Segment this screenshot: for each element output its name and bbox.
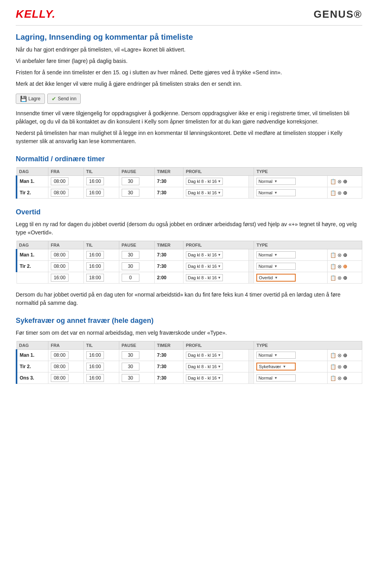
delete-icon[interactable]: ⊗ — [337, 364, 342, 370]
cell-profil[interactable]: Dag kl 8 - kl 16 ▼ — [183, 372, 249, 384]
cell-profil[interactable]: Dag kl 8 - kl 16 ▼ — [183, 272, 249, 284]
cell-profil[interactable]: Dag kl 8 - kl 16 ▼ — [183, 261, 249, 272]
fra-input[interactable]: 16:00 — [51, 274, 69, 282]
add-icon[interactable]: ⊕ — [343, 375, 347, 381]
cell-pause[interactable]: 30 — [119, 372, 154, 384]
fra-input[interactable]: 08:00 — [51, 363, 69, 370]
copy-icon[interactable]: 📋 — [330, 352, 336, 358]
cell-profil[interactable]: Dag kl 8 - kl 16 ▼ — [183, 249, 249, 261]
copy-icon[interactable]: 📋 — [330, 275, 336, 281]
til-input[interactable]: 16:00 — [86, 351, 104, 359]
copy-icon[interactable]: 📋 — [330, 190, 336, 196]
cell-fra[interactable]: 08:00 — [48, 372, 83, 384]
cell-type[interactable]: Normal ▼ — [254, 187, 327, 199]
cell-til[interactable]: 16:00 — [83, 187, 119, 199]
lagre-button[interactable]: 💾 Lagre — [16, 94, 45, 104]
cell-fra[interactable]: 08:00 — [48, 176, 83, 187]
pause-input[interactable]: 30 — [122, 251, 139, 259]
delete-icon[interactable]: ⊗ — [337, 252, 342, 258]
profil-select[interactable]: Dag kl 8 - kl 16 ▼ — [186, 251, 223, 258]
pause-input[interactable]: 0 — [122, 274, 139, 282]
profil-select[interactable]: Dag kl 8 - kl 16 ▼ — [186, 374, 223, 382]
pause-input[interactable]: 30 — [122, 351, 139, 359]
copy-icon[interactable]: 📋 — [330, 375, 336, 381]
add-icon[interactable]: ⊕ — [343, 352, 347, 358]
cell-pause[interactable]: 30 — [119, 249, 154, 261]
type-select[interactable]: Normal ▼ — [256, 263, 296, 270]
pause-input[interactable]: 30 — [122, 177, 139, 185]
type-select[interactable]: Normal ▼ — [256, 251, 296, 258]
til-input[interactable]: 16:00 — [86, 262, 104, 270]
type-select[interactable]: Overtid ▼ — [256, 274, 296, 282]
delete-icon[interactable]: ⊗ — [337, 352, 342, 358]
cell-pause[interactable]: 30 — [119, 361, 154, 372]
cell-til[interactable]: 16:00 — [83, 372, 119, 384]
cell-til[interactable]: 16:00 — [83, 249, 119, 261]
til-input[interactable]: 16:00 — [86, 189, 104, 197]
pause-input[interactable]: 30 — [122, 374, 139, 382]
cell-type[interactable]: Normal ▼ — [254, 261, 327, 272]
cell-pause[interactable]: 30 — [119, 176, 154, 187]
cell-profil[interactable]: Dag kl 8 - kl 16 ▼ — [183, 350, 249, 361]
cell-til[interactable]: 16:00 — [83, 350, 119, 361]
profil-select[interactable]: Dag kl 8 - kl 16 ▼ — [186, 178, 223, 185]
add-icon[interactable]: ⊕ — [343, 275, 347, 281]
cell-type[interactable]: Normal ▼ — [254, 350, 327, 361]
type-select[interactable]: Normal ▼ — [256, 178, 296, 185]
pause-input[interactable]: 30 — [122, 262, 139, 270]
add-icon[interactable]: ⊕ — [343, 252, 347, 258]
cell-type[interactable]: Normal ▼ — [254, 176, 327, 187]
cell-til[interactable]: 18:00 — [83, 272, 119, 284]
cell-type[interactable]: Normal ▼ — [254, 249, 327, 261]
cell-fra[interactable]: 08:00 — [48, 261, 83, 272]
delete-icon[interactable]: ⊗ — [337, 264, 342, 269]
copy-icon[interactable]: 📋 — [330, 179, 336, 184]
til-input[interactable]: 16:00 — [86, 374, 104, 382]
profil-select[interactable]: Dag kl 8 - kl 16 ▼ — [186, 274, 223, 281]
fra-input[interactable]: 08:00 — [51, 374, 69, 382]
cell-fra[interactable]: 08:00 — [48, 350, 83, 361]
delete-icon[interactable]: ⊗ — [337, 375, 342, 381]
cell-pause[interactable]: 0 — [119, 272, 154, 284]
fra-input[interactable]: 08:00 — [51, 351, 69, 359]
cell-til[interactable]: 16:00 — [83, 261, 119, 272]
copy-icon[interactable]: 📋 — [330, 364, 336, 370]
cell-profil[interactable]: Dag kl 8 - kl 16 ▼ — [183, 187, 249, 199]
pause-input[interactable]: 30 — [122, 189, 139, 197]
cell-fra[interactable]: 08:00 — [48, 249, 83, 261]
delete-icon[interactable]: ⊗ — [337, 179, 342, 184]
type-select[interactable]: Normal ▼ — [256, 189, 296, 196]
fra-input[interactable]: 08:00 — [51, 177, 69, 185]
fra-input[interactable]: 08:00 — [51, 251, 69, 259]
add-icon[interactable]: ⊕ — [343, 179, 347, 184]
cell-pause[interactable]: 30 — [119, 350, 154, 361]
delete-icon[interactable]: ⊗ — [337, 275, 342, 281]
cell-fra[interactable]: 16:00 — [48, 272, 83, 284]
copy-icon[interactable]: 📋 — [330, 264, 336, 269]
profil-select[interactable]: Dag kl 8 - kl 16 ▼ — [186, 363, 223, 370]
cell-pause[interactable]: 30 — [119, 187, 154, 199]
til-input[interactable]: 16:00 — [86, 177, 104, 185]
fra-input[interactable]: 08:00 — [51, 262, 69, 270]
add-icon[interactable]: ⊕ — [343, 364, 347, 370]
pause-input[interactable]: 30 — [122, 363, 139, 370]
til-input[interactable]: 18:00 — [86, 274, 104, 282]
fra-input[interactable]: 08:00 — [51, 189, 69, 197]
cell-type[interactable]: Normal ▼ — [254, 372, 327, 384]
cell-profil[interactable]: Dag kl 8 - kl 16 ▼ — [183, 176, 249, 187]
cell-type[interactable]: Sykefravær ▼ — [254, 361, 327, 372]
cell-til[interactable]: 16:00 — [83, 361, 119, 372]
add-icon[interactable]: ⊕ — [343, 190, 347, 196]
profil-select[interactable]: Dag kl 8 - kl 16 ▼ — [186, 263, 223, 270]
type-select[interactable]: Sykefravær ▼ — [256, 363, 296, 370]
send-inn-button[interactable]: ✔ Send inn — [47, 94, 81, 104]
type-select[interactable]: Normal ▼ — [256, 352, 296, 359]
copy-icon[interactable]: 📋 — [330, 252, 336, 258]
til-input[interactable]: 16:00 — [86, 251, 104, 259]
delete-icon[interactable]: ⊗ — [337, 190, 342, 196]
cell-type[interactable]: Overtid ▼ — [254, 272, 327, 284]
add-icon[interactable]: ⊕ — [343, 264, 347, 269]
til-input[interactable]: 16:00 — [86, 363, 104, 370]
cell-fra[interactable]: 08:00 — [48, 361, 83, 372]
cell-til[interactable]: 16:00 — [83, 176, 119, 187]
